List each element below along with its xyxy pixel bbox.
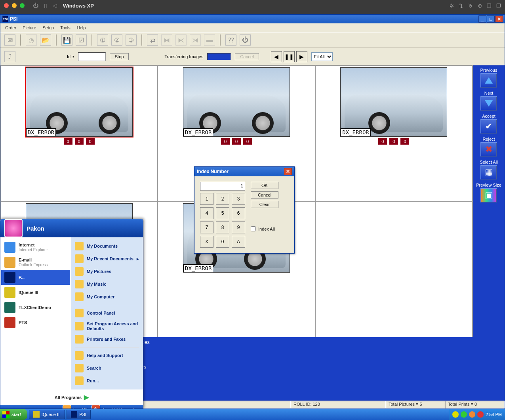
- next-button[interactable]: ▶: [296, 51, 307, 62]
- key-1[interactable]: 1: [200, 193, 213, 205]
- start-item-p-[interactable]: P...: [1, 270, 70, 285]
- start-item-e-mail[interactable]: E-mailOutlook Express: [1, 255, 70, 270]
- close-button[interactable]: ✕: [495, 15, 503, 23]
- index-number-dialog[interactable]: Index Number ✕ 1 1 2 3 4 5 6 7 8 9 X 0 A…: [194, 166, 295, 254]
- accept-button[interactable]: ✔: [480, 119, 497, 134]
- start-item-help-and-support[interactable]: Help and Support: [72, 349, 142, 362]
- key-6[interactable]: 6: [232, 207, 245, 219]
- menu-help[interactable]: Help: [74, 25, 89, 31]
- export-icon[interactable]: ⤴: [4, 51, 15, 62]
- open-icon[interactable]: 📂: [40, 34, 51, 46]
- cancel-button[interactable]: Cancel: [251, 191, 278, 199]
- start-item-pts[interactable]: PTS: [1, 315, 70, 330]
- start-item-internet[interactable]: InternetInternet Explorer: [1, 240, 70, 255]
- host-min[interactable]: [12, 3, 17, 8]
- taskbar-item-iqueue[interactable]: IQueue III: [29, 410, 65, 419]
- turnoff-button[interactable]: ⏻Turn Off Computer: [91, 405, 138, 409]
- back-icon[interactable]: ◁: [53, 2, 57, 9]
- preview-button[interactable]: ▣: [480, 188, 497, 202]
- clear-button[interactable]: Clear: [251, 201, 278, 208]
- host-close[interactable]: [4, 3, 9, 8]
- key-5[interactable]: 5: [216, 207, 229, 219]
- clock[interactable]: 2:58 PM: [486, 412, 502, 417]
- rect-icon[interactable]: ▬: [204, 34, 215, 46]
- start-item-my-music[interactable]: My Music: [72, 278, 142, 290]
- swap-icon[interactable]: ⇄: [147, 34, 158, 46]
- thumb-cell[interactable]: DX_ERROR 0 0 0: [0, 65, 158, 201]
- eject-icon[interactable]: ▯: [44, 2, 47, 9]
- reject-button[interactable]: ✖: [480, 142, 497, 157]
- start-item-set-program-access-and-defaults[interactable]: Set Program Access and Defaults: [72, 319, 142, 333]
- logoff-button[interactable]: ↩Log Off: [63, 405, 88, 409]
- host-tray-icon[interactable]: ✲: [450, 3, 454, 9]
- dialog-titlebar[interactable]: Index Number ✕: [194, 167, 294, 176]
- key-3[interactable]: 3: [232, 193, 245, 205]
- index-all-input[interactable]: [251, 226, 256, 231]
- start-button[interactable]: start: [0, 409, 27, 420]
- play2-icon[interactable]: ②: [111, 34, 122, 46]
- previous-button[interactable]: [480, 73, 497, 88]
- help-icon[interactable]: ⁇: [225, 34, 236, 46]
- crop1-icon[interactable]: ⧓: [161, 34, 172, 46]
- stop-button[interactable]: Stop: [110, 53, 129, 60]
- thumbnail-image[interactable]: DX_ERROR: [183, 67, 290, 137]
- start-item-my-recent-documents[interactable]: My Recent Documents▸: [72, 252, 142, 265]
- selectall-button[interactable]: ▦: [480, 165, 497, 179]
- check-icon[interactable]: ☑: [76, 34, 87, 46]
- next-button[interactable]: [480, 96, 497, 111]
- start-menu[interactable]: Pakon InternetInternet ExplorerE-mailOut…: [0, 219, 143, 409]
- play1-icon[interactable]: ①: [97, 34, 108, 46]
- host-tray-icon[interactable]: ⇅: [459, 3, 463, 9]
- zoom-select[interactable]: Fit All: [311, 52, 333, 61]
- index-input[interactable]: 1: [200, 182, 245, 191]
- start-item-my-computer[interactable]: My Computer: [72, 290, 142, 303]
- power-icon[interactable]: ⏻: [33, 2, 38, 9]
- key-7[interactable]: 7: [200, 221, 213, 233]
- key-2[interactable]: 2: [216, 193, 229, 205]
- play3-icon[interactable]: ③: [126, 34, 137, 46]
- index-all-checkbox[interactable]: Index All: [251, 226, 278, 231]
- key-4[interactable]: 4: [200, 207, 213, 219]
- tray-icon[interactable]: [452, 411, 459, 418]
- menu-order[interactable]: Order: [2, 25, 19, 31]
- dialog-close-button[interactable]: ✕: [284, 168, 292, 175]
- crop2-icon[interactable]: ⧔: [175, 34, 187, 46]
- host-max[interactable]: [20, 3, 25, 8]
- start-item-run-[interactable]: Run...: [72, 374, 142, 387]
- menu-tools[interactable]: Tools: [57, 25, 74, 31]
- key-a[interactable]: A: [232, 236, 245, 248]
- tray-icon[interactable]: [469, 411, 475, 418]
- host-tray-icon[interactable]: 🖰: [468, 3, 473, 9]
- start-item-iqueue-iii[interactable]: IQueue III: [1, 285, 70, 300]
- key-8[interactable]: 8: [216, 221, 229, 233]
- menu-setup[interactable]: Setup: [39, 25, 57, 31]
- key-x[interactable]: X: [200, 236, 213, 248]
- thumbnail-image[interactable]: DX_ERROR: [340, 67, 447, 137]
- start-item-control-panel[interactable]: Control Panel: [72, 307, 142, 319]
- start-item-my-documents[interactable]: My Documents: [72, 240, 142, 252]
- menu-picture[interactable]: Picture: [19, 25, 39, 31]
- key-9[interactable]: 9: [232, 221, 245, 233]
- prev-button[interactable]: ◀: [271, 51, 282, 62]
- system-tray[interactable]: 2:58 PM: [449, 409, 505, 420]
- scan-icon[interactable]: ◔: [26, 34, 37, 46]
- host-tray-icon[interactable]: ❐: [487, 3, 492, 9]
- tray-icon[interactable]: [477, 411, 484, 418]
- mail-icon[interactable]: ✉: [4, 34, 15, 46]
- pause-button[interactable]: ❚❚: [284, 51, 295, 62]
- cancel-button[interactable]: Cancel: [235, 53, 259, 60]
- maximize-button[interactable]: □: [487, 15, 495, 23]
- host-tray-icon[interactable]: ❐: [496, 3, 501, 9]
- taskbar-item-psi[interactable]: PSI: [67, 410, 91, 419]
- tray-icon[interactable]: [461, 411, 467, 418]
- all-programs[interactable]: All Programs ▶: [0, 389, 143, 405]
- start-item-printers-and-faxes[interactable]: Printers and Faxes: [72, 333, 142, 346]
- window-titlebar[interactable]: PSI PSI _ □ ✕: [0, 15, 505, 23]
- start-item-tlxclientdemo[interactable]: TLXClientDemo: [1, 300, 70, 315]
- ok-button[interactable]: OK: [251, 182, 278, 189]
- key-0[interactable]: 0: [216, 236, 229, 248]
- save-icon[interactable]: 💾: [61, 34, 72, 46]
- crop3-icon[interactable]: ⧕: [190, 34, 201, 46]
- power-icon[interactable]: ⏻: [240, 34, 251, 46]
- start-item-search[interactable]: Search: [72, 362, 142, 374]
